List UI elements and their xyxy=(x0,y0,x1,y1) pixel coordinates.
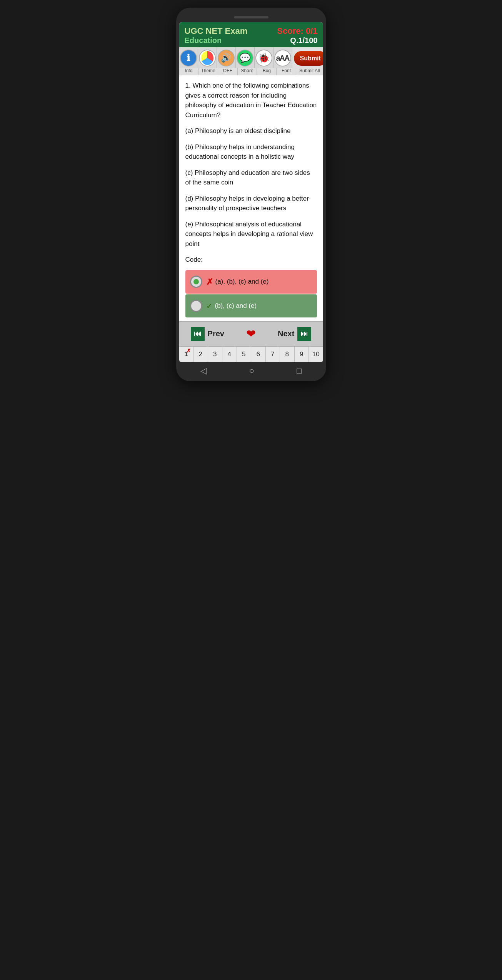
phone-shell: UGC NET Exam Score: 0/1 Education Q.1/10… xyxy=(176,8,326,381)
share-icon: 💬 xyxy=(237,50,254,66)
prev-icon: ⏮ xyxy=(191,327,205,341)
info-button[interactable]: ℹ xyxy=(179,47,198,68)
option-c: (c) Philosophy and education are two sid… xyxy=(185,168,317,188)
wrong-badge: ✗ xyxy=(187,348,191,354)
radio-2 xyxy=(190,300,202,312)
correct-mark: ✓ xyxy=(206,300,213,312)
page-num-5[interactable]: 5 xyxy=(237,347,252,362)
theme-label: Theme xyxy=(198,68,218,75)
option-e: (e) Philosophical analysis of educationa… xyxy=(185,219,317,249)
code-label: Code: xyxy=(185,255,317,265)
radio-inner-1 xyxy=(193,279,199,284)
bug-button[interactable]: 🐞 xyxy=(255,47,274,68)
sound-button[interactable]: 🔊 xyxy=(217,47,236,68)
page-num-4[interactable]: 4 xyxy=(222,347,237,362)
next-button[interactable]: Next ⏭ xyxy=(266,322,323,346)
question-number: Q.1/100 xyxy=(290,36,317,45)
option-a: (a) Philosophy is an oldest discipline xyxy=(185,126,317,136)
share-label: Share xyxy=(238,68,257,75)
page-num-8[interactable]: 8 xyxy=(280,347,295,362)
score-display: Score: 0/1 xyxy=(277,26,317,36)
status-bar xyxy=(179,15,323,20)
page-numbers: 1✗2345678910 xyxy=(179,346,323,362)
prev-label: Prev xyxy=(208,329,224,338)
page-num-9[interactable]: 9 xyxy=(295,347,309,362)
favorite-button[interactable]: ❤ xyxy=(236,322,266,346)
theme-button[interactable] xyxy=(198,47,217,68)
answer-option-1[interactable]: ✗ (a), (b), (c) and (e) xyxy=(185,270,317,294)
submit-button[interactable]: Submit xyxy=(294,51,323,66)
theme-icon xyxy=(199,50,216,66)
app-container: UGC NET Exam Score: 0/1 Education Q.1/10… xyxy=(179,22,323,362)
info-icon: ℹ xyxy=(180,50,197,66)
font-button[interactable]: aAA xyxy=(274,47,292,68)
page-num-2[interactable]: 2 xyxy=(193,347,208,362)
answer-text-2: (b), (c) and (e) xyxy=(215,301,257,311)
info-label: Info xyxy=(179,68,199,75)
font-label: Font xyxy=(277,68,296,75)
back-button[interactable]: ◁ xyxy=(200,366,207,376)
page-num-10[interactable]: 10 xyxy=(309,347,323,362)
option-d: (d) Philosophy helps in developing a bet… xyxy=(185,194,317,213)
system-nav-bar: ◁ ○ □ xyxy=(179,362,323,377)
prev-button[interactable]: ⏮ Prev xyxy=(179,322,236,346)
page-num-6[interactable]: 6 xyxy=(251,347,266,362)
question-area: 1. Which one of the following combinatio… xyxy=(179,75,323,321)
page-num-1[interactable]: 1✗ xyxy=(179,347,194,362)
question-text: 1. Which one of the following combinatio… xyxy=(185,81,317,120)
subject-title: Education xyxy=(185,36,222,45)
recents-button[interactable]: □ xyxy=(297,366,302,376)
bug-label: Bug xyxy=(257,68,277,75)
navigation-bar: ⏮ Prev ❤ Next ⏭ xyxy=(179,321,323,346)
heart-icon: ❤ xyxy=(246,327,256,341)
share-button[interactable]: 💬 xyxy=(236,47,255,68)
page-num-3[interactable]: 3 xyxy=(208,347,223,362)
header: UGC NET Exam Score: 0/1 Education Q.1/10… xyxy=(179,22,323,47)
notch xyxy=(234,16,269,18)
radio-1 xyxy=(190,276,202,288)
next-icon: ⏭ xyxy=(297,327,311,341)
font-icon: aAA xyxy=(274,50,291,66)
submit-all-label: Submit All xyxy=(296,68,323,75)
submit-all-button[interactable]: Submit xyxy=(292,47,323,68)
bug-icon: 🐞 xyxy=(255,50,272,66)
home-button[interactable]: ○ xyxy=(249,366,254,376)
option-b: (b) Philosophy helps in understanding ed… xyxy=(185,142,317,162)
next-label: Next xyxy=(278,329,294,338)
app-title: UGC NET Exam xyxy=(185,26,248,36)
page-num-7[interactable]: 7 xyxy=(266,347,280,362)
answer-text-1: (a), (b), (c) and (e) xyxy=(215,277,269,287)
wrong-mark: ✗ xyxy=(206,276,213,288)
toolbar: ℹ 🔊 💬 🐞 aAA xyxy=(179,47,323,75)
sound-label: OFF xyxy=(218,68,238,75)
answer-option-2[interactable]: ✓ (b), (c) and (e) xyxy=(185,294,317,317)
sound-icon: 🔊 xyxy=(218,50,235,66)
